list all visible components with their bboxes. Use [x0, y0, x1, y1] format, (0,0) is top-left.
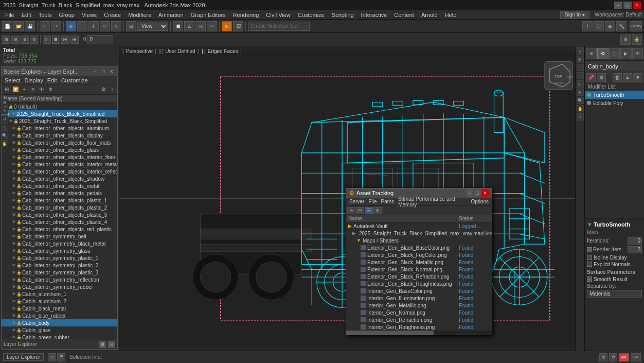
menu-content[interactable]: Content	[391, 11, 417, 19]
se-group-item[interactable]: ▼ 👁 2025_Straight_Truck_Black_Simplified	[2, 110, 117, 117]
select-tool-btn[interactable]: ⊕	[1, 99, 8, 106]
at-tb-btn4[interactable]: ⊞	[373, 207, 382, 214]
menu-customize[interactable]: Customize	[295, 11, 328, 19]
explicit-normals-checkbox[interactable]	[587, 262, 592, 267]
list-item[interactable]: 👁🔒 Cabin_aluminum_2	[2, 298, 117, 305]
list-item[interactable]: 👁🔒 Cab_interior_other_objects_metal	[2, 182, 117, 189]
at-menu-bitmap[interactable]: Bitmap Performance and Memory	[397, 196, 468, 208]
list-item[interactable]: 👁 🔒 2025_Straight_Truck_Black_Simplified	[2, 117, 117, 125]
menu-create[interactable]: Create	[101, 11, 124, 19]
rt-btn-9[interactable]: ↺	[577, 113, 584, 120]
list-item[interactable]: 👁🔒 Cabin_blue_rubber	[2, 312, 117, 319]
list-item[interactable]: 👁🔒 Cabin_aluminum_1	[2, 290, 117, 298]
list-item[interactable]: 👁🔒 Cab_interior_other_objects_aluminum	[2, 125, 117, 132]
rt-btn-2[interactable]: ⊟	[577, 56, 584, 63]
percent-snap-button[interactable]: %	[195, 21, 206, 31]
at-img-item-8[interactable]: Interior_Gen_Illumination.png Found	[346, 295, 492, 302]
turbosmooth-modifier[interactable]: TurboSmooth	[585, 91, 644, 99]
at-menu-options[interactable]: Options	[470, 199, 490, 204]
list-item[interactable]: 👁🔒 Cabin_glass	[2, 326, 117, 334]
key-mode-btn[interactable]: ⊞	[599, 353, 607, 361]
list-item[interactable]: 👁🔒 Cab_interior_other_objects_display	[2, 132, 117, 139]
render-iters-checkbox[interactable]: ✓	[587, 247, 592, 252]
list-item[interactable]: 👁🔒 Cab_interior_symmetry_black_metal	[2, 240, 117, 247]
layer-btn-3[interactable]: ⊕	[21, 36, 29, 44]
scene-btn-3[interactable]: ⏭	[61, 36, 69, 44]
scale-button[interactable]: ⤡	[111, 21, 121, 31]
at-file-list[interactable]: ▶ Autodesk Vault Logged... ▶ 2025_Straig…	[346, 222, 492, 331]
list-item[interactable]: 👁🔒 Cab_interior_other_objects_shadow	[2, 175, 117, 182]
move-tool-btn[interactable]: ✛	[1, 107, 8, 114]
rt-btn-6[interactable]: ⊟	[577, 89, 584, 96]
close-button[interactable]: ✕	[633, 2, 641, 9]
menu-civil-view[interactable]: Civil View	[263, 11, 293, 19]
menu-interactive[interactable]: Interactive	[358, 11, 390, 19]
list-item[interactable]: 👁🔒 Cab_interior_symmetry_plastic_2	[2, 262, 117, 269]
list-item[interactable]: 👁🔒 Cabin_black_metal	[2, 305, 117, 312]
render-setup-button[interactable]: 🔧	[616, 21, 627, 31]
at-img-item-6[interactable]: Exterior_Gen_Black_Roughness.png Found	[346, 280, 492, 287]
list-item[interactable]: 👁🔒 Cab_interior_symmetry_plastic_3	[2, 269, 117, 276]
rt-btn-1[interactable]: ⊕	[577, 47, 584, 55]
cabin-body-item[interactable]: 👁🔒 Cabin_body	[2, 319, 117, 326]
at-scroll-thumb[interactable]	[346, 331, 434, 335]
rt-btn-3[interactable]: ↕	[577, 64, 584, 71]
list-item[interactable]: 👁🔒 Cab_interior_other_objects_pedals	[2, 189, 117, 197]
menu-edit[interactable]: Edit	[19, 11, 34, 19]
open-button[interactable]: 📂	[13, 21, 24, 31]
at-close-btn[interactable]: ✕	[481, 189, 489, 197]
at-img-item-1[interactable]: Exterior_Gen_Black_BaseColor.png Found	[346, 244, 492, 251]
list-item[interactable]: 👁🔒 Cab_interior_other_objects_plastic_4	[2, 218, 117, 226]
curve-editor-button[interactable]: ⌇	[582, 21, 593, 31]
layer-btn-4[interactable]: ⊗	[30, 36, 38, 44]
snap-button[interactable]: 🔲	[173, 21, 183, 31]
list-item[interactable]: 👁🔒 Cab_interior_other_objects_interior_m…	[2, 161, 117, 168]
list-item[interactable]: 👁🔒 Cab_interior_other_objects_floor_mats	[2, 139, 117, 146]
se-restore-button[interactable]: □	[100, 68, 107, 75]
rt-btn-4[interactable]: ↔	[577, 72, 584, 79]
at-scrollbar[interactable]	[346, 331, 492, 335]
se-hide-btn[interactable]: 👁	[38, 85, 46, 94]
time-config-btn[interactable]: ⚙	[609, 353, 617, 361]
list-item[interactable]: 👁🔒 Cab_interior_other_objects_interior_r…	[2, 168, 117, 175]
isoline-checkbox[interactable]	[587, 255, 592, 260]
at-img-item-12[interactable]: Interior_Gen_Roughness.png Found	[346, 323, 492, 331]
at-img-item-3[interactable]: Exterior_Gen_Black_Metallic.png Found	[346, 258, 492, 266]
scale-tool-btn[interactable]: ⤡	[1, 124, 8, 131]
se-filter-btn[interactable]: 🔽	[11, 85, 20, 94]
render-iters-input[interactable]	[628, 246, 642, 253]
se-delete-btn[interactable]: ✕	[29, 85, 37, 94]
rotate-tool-btn[interactable]: ↺	[1, 115, 8, 123]
menu-help[interactable]: Help	[442, 11, 460, 19]
se-options-btn[interactable]: ⚙	[99, 85, 108, 94]
at-menu-paths[interactable]: Paths	[380, 199, 396, 204]
list-item[interactable]: 👁🔒 Cab_interior_symmetry_plastic_1	[2, 254, 117, 262]
rt-btn-8[interactable]: ✋	[577, 105, 584, 112]
schematic-view-button[interactable]: ⬡	[594, 21, 604, 31]
scene-btn-2[interactable]: ⏹	[52, 36, 60, 44]
list-item[interactable]: 👁🔒 Cab_interior_other_objects_red_plasti…	[2, 226, 117, 233]
se-bottom-btn2[interactable]: ⊟	[108, 341, 115, 348]
render-scene-button[interactable]: ▶	[222, 21, 232, 31]
status-icon-btn2[interactable]: ☰	[57, 353, 65, 361]
at-img-item-11[interactable]: Interior_Gen_Refraction.png Found	[346, 316, 492, 323]
at-maxfile-item[interactable]: ▶ 2025_Straight_Truck_Black_Simplified_m…	[346, 230, 492, 237]
mp-delete-btn[interactable]: 🗑	[613, 73, 622, 82]
set-key-btn[interactable]: SK	[631, 353, 641, 361]
list-item[interactable]: 👁🔒 Cab_interior_other_objects_plastic_3	[2, 211, 117, 218]
at-img-item-9[interactable]: Interior_Gen_Metallic.png Found	[346, 302, 492, 309]
at-tb-btn3[interactable]: ☰	[365, 207, 373, 214]
se-menu-edit[interactable]: Edit	[46, 77, 58, 83]
at-menu-server[interactable]: Server	[348, 199, 365, 204]
select-region-button[interactable]: ⬚	[77, 21, 87, 31]
angle-snap-button[interactable]: ∠	[184, 21, 194, 31]
materials-button[interactable]: Materials	[587, 290, 642, 298]
at-tb-btn2[interactable]: ⊟	[356, 207, 364, 214]
at-img-item-4[interactable]: Exterior_Gen_Black_Normal.png Found	[346, 266, 492, 273]
mp-tab-display[interactable]: 👁	[632, 48, 643, 59]
undo-button[interactable]: ↶	[40, 21, 50, 31]
at-menu-file[interactable]: File	[367, 199, 378, 204]
list-item[interactable]: 👁🔒 Cab_interior_symmetry_rubber	[2, 283, 117, 290]
mp-up-btn[interactable]: ▲	[623, 73, 632, 82]
list-item[interactable]: 👁🔒 Cab_interior_other_objects_glass	[2, 146, 117, 153]
